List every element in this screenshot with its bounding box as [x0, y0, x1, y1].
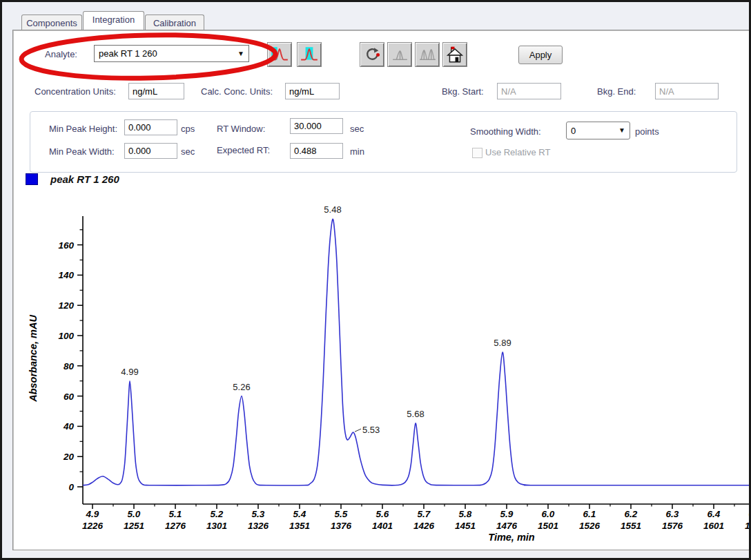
legend-color-swatch: [26, 173, 38, 185]
svg-text:5.6: 5.6: [376, 509, 389, 519]
reset-icon: [363, 46, 382, 64]
min-peak-height-label: Min Peak Height:: [49, 124, 117, 134]
single-peak-button[interactable]: [387, 42, 412, 67]
svg-text:5.0: 5.0: [128, 509, 141, 519]
rt-window-label: RT Window:: [217, 124, 265, 134]
svg-text:5.9: 5.9: [500, 509, 514, 519]
rt-window-unit: sec: [350, 124, 364, 134]
svg-text:5.48: 5.48: [324, 204, 341, 215]
svg-text:1326: 1326: [248, 521, 269, 531]
svg-text:140: 140: [58, 270, 74, 280]
smoothing-width-value: 0: [571, 126, 576, 136]
svg-text:1451: 1451: [455, 521, 476, 531]
apply-button[interactable]: Apply: [518, 46, 563, 64]
calc-conc-units-label: Calc. Conc. Units:: [201, 86, 273, 97]
rt-window-input[interactable]: [290, 118, 343, 134]
analyte-dropdown[interactable]: peak RT 1 260 ▼: [94, 45, 249, 62]
svg-text:1301: 1301: [206, 521, 227, 531]
svg-text:1351: 1351: [289, 521, 310, 531]
chromatogram-chart[interactable]: 0204060801001201401604.912265.012515.112…: [2, 194, 751, 551]
calc-conc-units-input[interactable]: [285, 83, 340, 99]
svg-text:5.89: 5.89: [494, 338, 511, 348]
svg-text:6.2: 6.2: [625, 509, 638, 519]
svg-text:4.9: 4.9: [86, 509, 99, 519]
svg-text:1376: 1376: [331, 521, 352, 531]
svg-text:1476: 1476: [496, 521, 518, 531]
analyte-label: Analyte:: [45, 49, 77, 59]
svg-text:40: 40: [63, 421, 75, 432]
concentration-units-label: Concentration Units:: [35, 86, 116, 97]
svg-text:6.1: 6.1: [583, 509, 596, 519]
svg-text:5.68: 5.68: [407, 409, 424, 419]
single-peak-icon: [391, 46, 409, 64]
svg-text:Absorbance, mAU: Absorbance, mAU: [28, 315, 39, 403]
svg-text:6.4: 6.4: [708, 509, 721, 519]
chevron-down-icon: ▼: [618, 126, 625, 134]
baseline-start-peak-icon: [270, 46, 289, 64]
chevron-down-icon: ▼: [237, 49, 244, 57]
svg-text:160: 160: [58, 240, 74, 251]
svg-text:Time, min: Time, min: [488, 532, 535, 543]
svg-text:1401: 1401: [372, 521, 393, 531]
expected-rt-input[interactable]: [290, 143, 343, 159]
svg-text:1251: 1251: [124, 521, 144, 531]
svg-text:5.5: 5.5: [335, 509, 348, 519]
use-relative-rt-label: Use Relative RT: [485, 147, 550, 157]
svg-text:6.5: 6.5: [749, 509, 751, 519]
bkg-start-input[interactable]: [497, 83, 561, 99]
home-icon: [445, 46, 465, 64]
svg-text:1426: 1426: [413, 521, 435, 531]
svg-text:5.1: 5.1: [169, 509, 182, 519]
svg-text:5.3: 5.3: [252, 509, 265, 519]
svg-text:1526: 1526: [579, 521, 601, 531]
svg-text:1601: 1601: [703, 521, 724, 531]
svg-text:4.99: 4.99: [121, 367, 138, 377]
bkg-end-input[interactable]: [655, 83, 719, 99]
svg-text:120: 120: [58, 300, 74, 311]
bkg-start-label: Bkg. Start:: [442, 86, 484, 97]
svg-text:1576: 1576: [662, 521, 683, 531]
min-peak-width-label: Min Peak Width:: [49, 146, 115, 157]
reset-button[interactable]: [360, 42, 384, 67]
analyte-dropdown-value: peak RT 1 260: [99, 48, 157, 59]
min-peak-width-input[interactable]: [124, 143, 177, 159]
svg-text:1226: 1226: [82, 521, 104, 531]
svg-text:5.8: 5.8: [459, 509, 472, 519]
expected-rt-unit: min: [350, 146, 364, 157]
svg-text:1501: 1501: [538, 521, 558, 531]
svg-text:0: 0: [68, 482, 74, 492]
baseline-range-peak-button[interactable]: [297, 42, 322, 67]
svg-text:1626: 1626: [745, 521, 751, 531]
double-peak-button[interactable]: [415, 42, 440, 67]
tab-components[interactable]: Components: [21, 15, 82, 30]
bkg-end-label: Bkg. End:: [597, 86, 636, 97]
smoothing-width-label: Smoothing Width:: [470, 126, 541, 137]
application-window: Components Integration Calibration Analy…: [0, 0, 751, 560]
svg-text:20: 20: [63, 452, 75, 462]
smoothing-width-dropdown[interactable]: 0 ▼: [566, 122, 630, 139]
svg-text:5.2: 5.2: [211, 509, 224, 519]
tab-integration[interactable]: Integration: [83, 11, 144, 30]
min-peak-height-input[interactable]: [124, 119, 177, 135]
tab-calibration[interactable]: Calibration: [145, 15, 204, 30]
expected-rt-label: Expected RT:: [217, 145, 270, 155]
svg-text:80: 80: [64, 361, 75, 371]
legend-series-label: peak RT 1 260: [50, 173, 119, 185]
min-peak-width-unit: sec: [181, 146, 195, 157]
min-peak-height-unit: cps: [181, 124, 195, 134]
baseline-start-peak-button[interactable]: [267, 42, 292, 67]
svg-text:5.7: 5.7: [418, 509, 431, 519]
concentration-units-input[interactable]: [128, 83, 184, 99]
svg-text:5.26: 5.26: [233, 382, 250, 392]
smoothing-width-unit: points: [635, 126, 659, 137]
svg-text:6.3: 6.3: [666, 509, 679, 519]
double-peak-icon: [418, 46, 437, 64]
svg-text:100: 100: [58, 331, 74, 341]
use-relative-rt-checkbox[interactable]: [472, 148, 482, 158]
svg-text:60: 60: [64, 392, 75, 402]
baseline-range-peak-icon: [300, 46, 319, 64]
svg-text:5.53: 5.53: [362, 425, 380, 435]
svg-text:1551: 1551: [621, 521, 641, 531]
svg-text:6.0: 6.0: [542, 509, 555, 519]
home-button[interactable]: [442, 42, 467, 67]
